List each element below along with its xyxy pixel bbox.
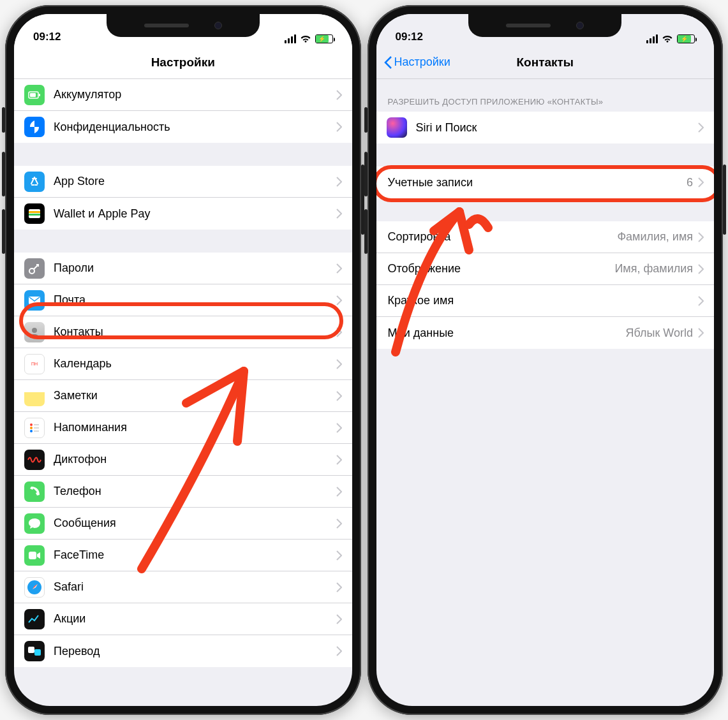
phone-frame-right: 09:12 ⚡ Настройки Контакты РАЗРЕШИТЬ ДОС… (368, 5, 724, 715)
wallet-icon (24, 203, 45, 224)
row-label: Конфиденциальность (54, 121, 336, 134)
row-label: FaceTime (54, 548, 336, 562)
row-detail: 6 (687, 176, 693, 189)
chevron-left-icon (384, 56, 392, 69)
chevron-right-icon (336, 487, 342, 497)
messages-icon (24, 513, 45, 534)
chevron-right-icon (336, 90, 342, 100)
row-label: Заметки (54, 389, 336, 402)
chevron-right-icon (336, 423, 342, 433)
battery-app-icon (24, 85, 45, 105)
battery-icon: ⚡ (315, 34, 333, 43)
row-my-info[interactable]: Мои данные Яблык World (376, 317, 715, 349)
nav-bar: Настройки (14, 46, 352, 79)
svg-rect-15 (34, 649, 41, 656)
row-label: Сообщения (54, 517, 336, 530)
row-label: Перевод (54, 645, 336, 658)
notes-icon (24, 386, 45, 406)
stocks-icon (24, 609, 45, 629)
back-button[interactable]: Настройки (384, 55, 450, 69)
row-short-name[interactable]: Краткое имя (376, 285, 715, 317)
row-label: Почта (54, 293, 336, 307)
row-voicememos[interactable]: Диктофон (14, 444, 352, 476)
row-label: Диктофон (54, 453, 336, 466)
row-label: Акции (54, 612, 336, 626)
row-label: Напоминания (54, 421, 336, 434)
row-passwords[interactable]: Пароли (14, 253, 352, 284)
status-time: 09:12 (396, 31, 423, 43)
chevron-right-icon (336, 550, 342, 561)
row-stocks[interactable]: Акции (14, 603, 352, 635)
row-label: Аккумулятор (54, 88, 336, 101)
status-time: 09:12 (33, 31, 61, 43)
signal-icon (285, 34, 296, 43)
row-battery[interactable]: Аккумулятор (14, 79, 352, 111)
row-appstore[interactable]: App Store (14, 166, 352, 198)
facetime-icon (24, 545, 45, 566)
row-label: Отображение (388, 262, 615, 276)
row-label: Siri и Поиск (416, 121, 699, 135)
row-label: Пароли (54, 261, 336, 275)
row-contacts[interactable]: Контакты (14, 316, 352, 348)
key-icon (24, 258, 45, 279)
row-reminders[interactable]: Напоминания (14, 412, 352, 444)
chevron-right-icon (336, 646, 342, 656)
page-title: Настройки (151, 55, 215, 70)
row-label: Контакты (54, 325, 336, 339)
chevron-right-icon (336, 518, 342, 529)
row-sort-order[interactable]: Сортировка Фамилия, имя (376, 221, 715, 253)
svg-point-6 (29, 268, 34, 274)
chevron-right-icon (698, 328, 704, 338)
chevron-right-icon (336, 327, 342, 337)
translate-icon (24, 641, 45, 661)
signal-icon (646, 34, 658, 43)
row-label: App Store (54, 175, 336, 188)
chevron-right-icon (336, 209, 342, 219)
row-label: Сортировка (388, 230, 618, 244)
svg-point-10 (30, 427, 33, 429)
screen-settings: 09:12 ⚡ Настройки Аккумулятор Конфиден (14, 14, 352, 706)
row-detail: Фамилия, имя (617, 230, 693, 244)
row-siri-search[interactable]: Siri и Поиск (376, 112, 715, 143)
row-label: Мои данные (388, 327, 626, 340)
row-label: Календарь (54, 357, 336, 371)
row-phone[interactable]: Телефон (14, 476, 352, 508)
chevron-right-icon (698, 296, 704, 306)
svg-point-11 (30, 430, 33, 432)
row-translate[interactable]: Перевод (14, 635, 352, 667)
row-display-order[interactable]: Отображение Имя, фамилия (376, 253, 715, 285)
back-label: Настройки (394, 55, 450, 69)
chevron-right-icon (336, 582, 342, 592)
row-privacy[interactable]: Конфиденциальность (14, 111, 352, 143)
row-accounts[interactable]: Учетные записи 6 (376, 166, 715, 198)
notch (107, 14, 260, 37)
row-wallet[interactable]: Wallet и Apple Pay (14, 198, 352, 230)
chevron-right-icon (336, 263, 342, 274)
reminders-icon (24, 418, 45, 438)
chevron-right-icon (336, 359, 342, 369)
row-detail: Имя, фамилия (614, 262, 693, 276)
svg-rect-4 (29, 211, 40, 213)
chevron-right-icon (336, 177, 342, 187)
row-safari[interactable]: Safari (14, 571, 352, 603)
battery-icon: ⚡ (677, 34, 695, 43)
row-messages[interactable]: Сообщения (14, 508, 352, 540)
row-label: Телефон (54, 485, 336, 498)
calendar-icon: ПН (24, 354, 45, 374)
chevron-right-icon (336, 614, 342, 624)
page-title: Контакты (516, 55, 574, 70)
svg-rect-12 (29, 552, 36, 559)
privacy-icon (24, 117, 45, 137)
settings-list[interactable]: Аккумулятор Конфиденциальность App Store (14, 79, 352, 706)
svg-point-9 (30, 423, 33, 426)
row-calendar[interactable]: ПН Календарь (14, 348, 352, 380)
row-notes[interactable]: Заметки (14, 380, 352, 412)
contacts-icon (24, 322, 45, 342)
row-label: Safari (54, 580, 336, 594)
contacts-settings-list[interactable]: РАЗРЕШИТЬ ДОСТУП ПРИЛОЖЕНИЮ «КОНТАКТЫ» S… (376, 79, 715, 706)
row-mail[interactable]: Почта (14, 284, 352, 316)
siri-icon (387, 117, 407, 138)
svg-rect-1 (39, 94, 40, 96)
row-label: Краткое имя (388, 294, 699, 307)
row-facetime[interactable]: FaceTime (14, 540, 352, 571)
